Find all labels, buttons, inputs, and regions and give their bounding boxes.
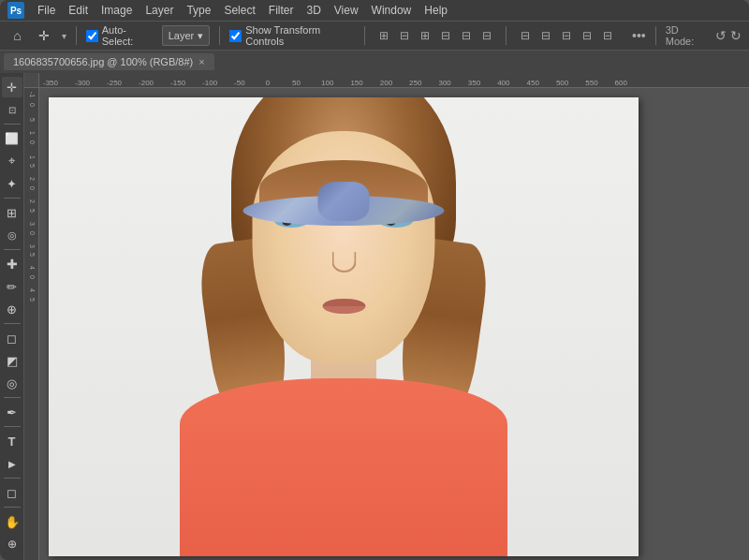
align-bottom-icon[interactable]: ⊟ (477, 26, 496, 45)
eyedropper-tool[interactable]: ◎ (2, 225, 22, 245)
pen-tool[interactable]: ✒ (2, 402, 22, 422)
lasso-tool[interactable]: ⌖ (2, 151, 22, 171)
3d-mode-label: 3D Mode: (666, 24, 708, 47)
ruler-mark: 1 (29, 155, 36, 159)
dist-center-icon[interactable]: ⊟ (536, 26, 555, 45)
menu-type[interactable]: Type (186, 4, 211, 17)
doc-tab-bar: 1606835700656.jpg @ 100% (RGB/8#) × (0, 51, 749, 73)
menu-window[interactable]: Window (372, 4, 412, 17)
transform-checkbox[interactable] (229, 30, 242, 42)
ruler-mark: -200 (139, 79, 154, 87)
ruler-mark: -100 (202, 79, 217, 87)
ruler-mark: 2 (29, 199, 36, 203)
options-bar: ⌂ ✛ ▾ Auto-Select: Layer ▾ Show Transfor… (0, 21, 749, 51)
ruler-mark: -1 (29, 92, 36, 97)
ruler-mark: 600 (615, 79, 627, 87)
tool-separator-2 (4, 198, 21, 199)
dist-top-icon[interactable]: ⊟ (578, 26, 596, 45)
align-center-icon[interactable]: ⊟ (395, 26, 414, 45)
rect-select-tool[interactable]: ⬜ (2, 128, 22, 149)
lips (322, 299, 365, 314)
dodge-tool[interactable]: ◎ (2, 373, 22, 393)
chevron-down-icon: ▾ (198, 30, 203, 42)
ruler-mark: 5 (29, 253, 36, 257)
ruler-mark: 200 (380, 79, 392, 87)
wand-tool[interactable]: ✦ (2, 173, 22, 194)
canvas-viewport[interactable] (39, 88, 749, 560)
home-icon[interactable]: ⌂ (7, 25, 27, 46)
ruler-mark: 3 (29, 222, 36, 226)
menu-select[interactable]: Select (224, 4, 255, 17)
menu-view[interactable]: View (334, 4, 359, 17)
distribute-icons-group: ⊟ ⊟ ⊟ ⊟ ⊟ (516, 26, 617, 45)
align-left-icon[interactable]: ⊞ (374, 26, 393, 45)
tool-separator-4 (4, 323, 21, 324)
layer-dropdown[interactable]: Layer ▾ (162, 25, 211, 46)
nose (331, 252, 356, 273)
ruler-mark: 50 (292, 79, 301, 87)
separator-1 (76, 26, 77, 45)
separator-4 (506, 26, 507, 45)
menu-layer[interactable]: Layer (145, 4, 173, 17)
dist-middle-icon[interactable]: ⊟ (598, 26, 617, 45)
headband-knot (318, 182, 370, 221)
ruler-mark: 350 (468, 79, 480, 87)
healing-tool[interactable]: ✚ (2, 254, 22, 274)
align-middle-icon[interactable]: ⊟ (457, 26, 476, 45)
ruler-mark: 250 (409, 79, 421, 87)
ruler-mark: 0 (266, 79, 270, 87)
type-tool[interactable]: T (2, 431, 22, 451)
ruler-mark: -150 (170, 79, 185, 87)
ruler-mark: 150 (350, 79, 362, 87)
ruler-mark: 0 (29, 231, 36, 235)
menu-file[interactable]: File (37, 4, 55, 17)
menu-bar: Ps File Edit Image Layer Type Select Fil… (0, 0, 749, 21)
doc-tab-close-icon[interactable]: × (198, 56, 204, 67)
ruler-mark: 0 (29, 103, 36, 107)
ps-logo: Ps (7, 2, 24, 19)
eraser-tool[interactable]: ◻ (2, 328, 22, 348)
crop-tool[interactable]: ⊞ (2, 202, 22, 223)
rotate-right-icon[interactable]: ↻ (730, 28, 742, 43)
dist-right-icon[interactable]: ⊟ (557, 26, 576, 45)
zoom-tool[interactable]: ⊕ (2, 534, 22, 554)
menu-edit[interactable]: Edit (68, 4, 88, 17)
align-right-icon[interactable]: ⊞ (416, 26, 434, 45)
auto-select-option[interactable]: Auto-Select: (86, 24, 154, 47)
separator-5 (655, 26, 656, 45)
menu-image[interactable]: Image (101, 4, 132, 17)
ruler-corner (24, 73, 39, 88)
shape-tool[interactable]: ◻ (2, 482, 22, 503)
brush-tool[interactable]: ✏ (2, 276, 22, 297)
ruler-mark: 0 (29, 140, 36, 144)
menu-filter[interactable]: Filter (269, 4, 294, 17)
align-top-icon[interactable]: ⊟ (436, 26, 455, 45)
doc-tab[interactable]: 1606835700656.jpg @ 100% (RGB/8#) × (4, 53, 214, 70)
move-tool[interactable]: ✛ (2, 77, 22, 97)
stamp-tool[interactable]: ⊕ (2, 299, 22, 319)
dist-left-icon[interactable]: ⊟ (516, 26, 535, 45)
menu-3d[interactable]: 3D (306, 4, 320, 17)
rotate-left-icon[interactable]: ↺ (715, 28, 727, 43)
ruler-mark: 450 (527, 79, 539, 87)
gradient-tool[interactable]: ◩ (2, 350, 22, 371)
ruler-mark: 5 (29, 209, 36, 213)
path-selection-tool[interactable]: ▶ (2, 453, 22, 474)
ruler-mark: 5 (29, 164, 36, 168)
ruler-mark: 0 (29, 275, 36, 279)
tool-separator-7 (4, 478, 21, 479)
show-transform-option[interactable]: Show Transform Controls (229, 24, 355, 47)
menu-help[interactable]: Help (424, 4, 448, 17)
move-tool-icon[interactable]: ✛ (35, 25, 54, 46)
main-area: ✛ ⊡ ⬜ ⌖ ✦ ⊞ ◎ ✚ ✏ ⊕ ◻ ◩ ◎ ✒ T ▶ ◻ ✋ ⊕ -3… (0, 73, 749, 560)
ruler-top-marks: -350 -300 -250 -200 -150 -100 -50 0 50 1… (39, 73, 627, 87)
doc-tab-filename: 1606835700656.jpg @ 100% (RGB/8#) (13, 56, 193, 67)
more-options-icon[interactable]: ••• (632, 28, 646, 43)
move-tool-arrow: ▾ (62, 31, 66, 41)
hand-tool[interactable]: ✋ (2, 511, 22, 532)
ruler-mark: -350 (43, 79, 58, 87)
artboard-tool[interactable]: ⊡ (2, 99, 22, 120)
auto-select-checkbox[interactable] (86, 30, 98, 42)
tool-separator-6 (4, 426, 21, 427)
body-shirt (180, 378, 507, 556)
